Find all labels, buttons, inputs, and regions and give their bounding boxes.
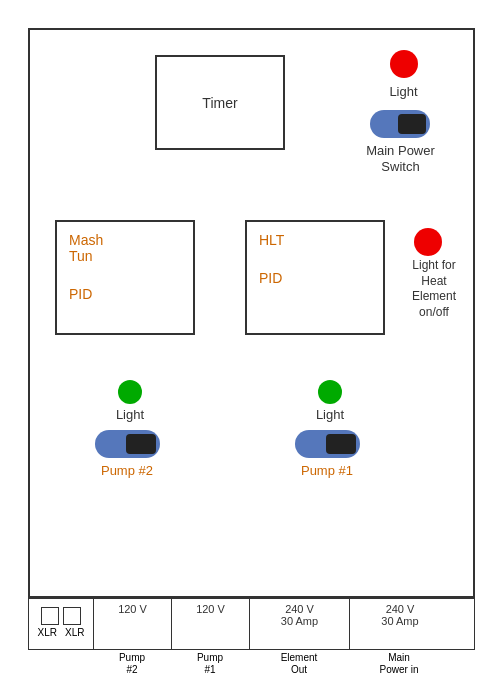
main-power-light-label: Light bbox=[376, 84, 431, 99]
pump1-label: Pump #1 bbox=[297, 463, 357, 478]
main-power-switch-handle bbox=[398, 114, 426, 134]
mainpower-connector: 240 V 30 Amp bbox=[350, 599, 450, 649]
mash-pid-label: PID bbox=[69, 286, 92, 302]
element-conn-top1: 240 V bbox=[285, 603, 314, 615]
xlr2-label: XLR bbox=[65, 627, 84, 638]
hlt-pid-label: PID bbox=[259, 270, 282, 286]
element-bottom-label: ElementOut bbox=[249, 652, 349, 676]
element-connector: 240 V 30 Amp bbox=[250, 599, 350, 649]
main-power-switch-label: Main Power Switch bbox=[363, 143, 438, 174]
pump2-switch[interactable] bbox=[95, 430, 160, 458]
mash-tun-label: MashTun bbox=[69, 232, 103, 264]
connector-bar: XLR XLR 120 V 120 V 240 V 30 Amp 240 V 3… bbox=[28, 598, 475, 650]
heat-element-light bbox=[414, 228, 442, 256]
pump1-light-label: Light bbox=[307, 407, 353, 422]
pump1-switch-handle bbox=[326, 434, 356, 454]
timer-box: Timer bbox=[155, 55, 285, 150]
mainpwr-conn-top1: 240 V bbox=[386, 603, 415, 615]
bottom-labels-row: Pump#2 Pump#1 ElementOut MainPower in bbox=[28, 652, 475, 676]
mainpwr-bottom-label: MainPower in bbox=[349, 652, 449, 676]
pump1-conn-top: 120 V bbox=[196, 603, 225, 615]
pump2-bottom-label: Pump#2 bbox=[93, 652, 171, 676]
pump1-connector: 120 V bbox=[172, 599, 250, 649]
pump1-switch[interactable] bbox=[295, 430, 360, 458]
xlr2-slot[interactable] bbox=[63, 607, 81, 625]
pump1-bottom-label: Pump#1 bbox=[171, 652, 249, 676]
main-power-light bbox=[390, 50, 418, 78]
mainpwr-conn-top2: 30 Amp bbox=[381, 615, 418, 627]
heat-element-light-label: Light for Heat Element on/off bbox=[400, 258, 468, 320]
pump2-connector: 120 V bbox=[94, 599, 172, 649]
timer-label: Timer bbox=[202, 95, 237, 111]
hlt-label: HLT bbox=[259, 232, 284, 248]
main-power-switch[interactable] bbox=[370, 110, 430, 138]
pump2-conn-top: 120 V bbox=[118, 603, 147, 615]
xlr-bottom-label bbox=[28, 652, 93, 676]
pump2-switch-handle bbox=[126, 434, 156, 454]
xlr-connector-group: XLR XLR bbox=[29, 599, 94, 649]
pump2-light bbox=[118, 380, 142, 404]
mash-tun-box: MashTun PID bbox=[55, 220, 195, 335]
pump2-light-label: Light bbox=[107, 407, 153, 422]
pump1-light bbox=[318, 380, 342, 404]
hlt-box: HLT PID bbox=[245, 220, 385, 335]
xlr1-slot[interactable] bbox=[41, 607, 59, 625]
pump2-label: Pump #2 bbox=[97, 463, 157, 478]
xlr1-label: XLR bbox=[38, 627, 57, 638]
element-conn-top2: 30 Amp bbox=[281, 615, 318, 627]
